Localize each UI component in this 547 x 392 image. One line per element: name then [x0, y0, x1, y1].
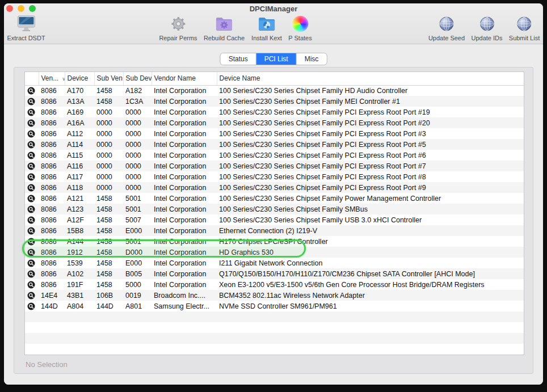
lookup-cell[interactable]	[25, 214, 39, 225]
vendor-name-cell: Intel Corporation	[152, 139, 217, 150]
table-row[interactable]: 808615391458E000Intel CorporationI211 Gi…	[25, 258, 524, 268]
lookup-magnifier-icon[interactable]	[27, 130, 35, 138]
lookup-magnifier-icon[interactable]	[27, 151, 35, 159]
ven-cell: 8086	[39, 107, 65, 117]
ven-cell: 8086	[39, 225, 65, 236]
column-header-ven[interactable]: Ven...∨	[39, 72, 65, 85]
vendor-name-cell: Intel Corporation	[152, 236, 217, 247]
table-row[interactable]: 8086A11600000000Intel Corporation100 Ser…	[25, 161, 524, 171]
tab-status[interactable]: Status	[221, 53, 256, 65]
lookup-magnifier-icon[interactable]	[27, 302, 35, 310]
table-row[interactable]: 8086A11800000000Intel Corporation100 Ser…	[25, 182, 524, 193]
lookup-magnifier-icon[interactable]	[27, 162, 35, 170]
toolbar-label: Extract DSDT	[7, 35, 45, 41]
column-header-vendor-name[interactable]: Vendor Name	[152, 72, 217, 85]
lookup-cell[interactable]	[25, 139, 39, 150]
lookup-cell[interactable]	[25, 225, 39, 236]
tab-pci-list[interactable]: PCI List	[256, 53, 297, 65]
lookup-cell[interactable]	[25, 182, 39, 193]
table-row[interactable]: 8086191F14585000Intel CorporationXeon E3…	[25, 279, 524, 290]
vendor-name-cell: Intel Corporation	[152, 247, 217, 258]
lookup-cell[interactable]	[25, 128, 39, 139]
extract-dsdt-button[interactable]: Extract DSDT	[7, 15, 45, 41]
lookup-cell[interactable]	[25, 279, 39, 290]
lookup-magnifier-icon[interactable]	[27, 98, 35, 106]
table-row[interactable]: 8086A14414585001Intel CorporationH170 Ch…	[25, 236, 524, 247]
update-ids-button[interactable]: Update IDs	[471, 15, 502, 41]
lookup-cell[interactable]	[25, 107, 39, 117]
table-row[interactable]: 8086A1701458A182Intel Corporation100 Ser…	[25, 85, 524, 96]
table-row[interactable]: 8086A16A00000000Intel Corporation100 Ser…	[25, 117, 524, 128]
lookup-cell[interactable]	[25, 204, 39, 214]
table-row[interactable]: 8086A13A14581C3AIntel Corporation100 Ser…	[25, 96, 524, 107]
toolbar-label: Rebuild Cache	[204, 35, 245, 41]
rebuild-cache-button[interactable]: Rebuild Cache	[204, 15, 245, 41]
lookup-magnifier-icon[interactable]	[27, 238, 35, 246]
table-row[interactable]: 808619121458D000Intel CorporationHD Grap…	[25, 247, 524, 258]
lookup-cell[interactable]	[25, 236, 39, 247]
lookup-magnifier-icon[interactable]	[27, 270, 35, 278]
lookup-cell[interactable]	[25, 150, 39, 161]
sub-dev-cell: 0000	[123, 117, 152, 128]
lookup-cell[interactable]	[25, 161, 39, 171]
sub-ven-cell: 144D	[94, 301, 123, 311]
update-seed-button[interactable]: Update Seed	[428, 15, 465, 41]
device-cell: A13A	[65, 96, 94, 107]
lookup-cell[interactable]	[25, 290, 39, 301]
lookup-cell[interactable]	[25, 96, 39, 107]
lookup-magnifier-icon[interactable]	[27, 281, 35, 289]
table-row[interactable]: 8086A1021458B005Intel CorporationQ170/Q1…	[25, 268, 524, 279]
column-header-sub-ven[interactable]: Sub Ven	[94, 72, 123, 85]
column-header-sub-dev[interactable]: Sub Dev	[123, 72, 152, 85]
ven-cell: 8086	[39, 236, 65, 247]
table-row[interactable]: 8086A12F14585007Intel Corporation100 Ser…	[25, 214, 524, 225]
install-kext-button[interactable]: Install Kext	[251, 15, 282, 41]
lookup-cell[interactable]	[25, 85, 39, 96]
sub-ven-cell: 1458	[94, 236, 123, 247]
submit-list-button[interactable]: Submit List	[509, 15, 540, 41]
column-header-device[interactable]: Device	[65, 72, 94, 85]
ven-cell: 8086	[39, 279, 65, 290]
table-row[interactable]: 808615B81458E000Intel CorporationEtherne…	[25, 225, 524, 236]
lookup-magnifier-icon[interactable]	[27, 184, 35, 192]
device-name-cell: 100 Series/C230 Series Chipset Family PC…	[217, 150, 524, 161]
p-states-button[interactable]: P States	[288, 15, 312, 41]
lookup-cell[interactable]	[25, 247, 39, 258]
ven-cell: 8086	[39, 258, 65, 268]
lookup-magnifier-icon[interactable]	[27, 216, 35, 224]
table-row[interactable]: 144DA804144DA801Samsung Electr...NVMe SS…	[25, 301, 524, 311]
lookup-cell[interactable]	[25, 301, 39, 311]
lookup-magnifier-icon[interactable]	[27, 195, 35, 203]
table-row[interactable]: 8086A12314585001Intel Corporation100 Ser…	[25, 204, 524, 214]
column-header-device-name[interactable]: Device Name	[217, 72, 524, 85]
table-row[interactable]: 8086A16900000000Intel Corporation100 Ser…	[25, 107, 524, 117]
sub-dev-cell: 0000	[123, 128, 152, 139]
lookup-magnifier-icon[interactable]	[27, 259, 35, 267]
toolbar-label: Repair Perms	[159, 35, 197, 41]
lookup-magnifier-icon[interactable]	[27, 119, 35, 127]
tab-misc[interactable]: Misc	[297, 53, 327, 65]
repair-perms-button[interactable]: Repair Perms	[159, 15, 197, 41]
lookup-cell[interactable]	[25, 171, 39, 182]
table-row[interactable]: 8086A11400000000Intel Corporation100 Ser…	[25, 139, 524, 150]
lookup-magnifier-icon[interactable]	[27, 173, 35, 181]
lookup-magnifier-icon[interactable]	[27, 205, 35, 213]
table-row[interactable]: 14E443B1106B0019Broadcom Inc....BCM4352 …	[25, 290, 524, 301]
sub-ven-cell: 1458	[94, 258, 123, 268]
lookup-cell[interactable]	[25, 193, 39, 204]
lookup-magnifier-icon[interactable]	[27, 248, 35, 256]
table-row[interactable]: 8086A12114585001Intel Corporation100 Ser…	[25, 193, 524, 204]
lookup-magnifier-icon[interactable]	[27, 227, 35, 235]
lookup-cell[interactable]	[25, 268, 39, 279]
lookup-cell[interactable]	[25, 117, 39, 128]
lookup-magnifier-icon[interactable]	[27, 87, 35, 95]
table-row[interactable]: 8086A11700000000Intel Corporation100 Ser…	[25, 171, 524, 182]
table-row[interactable]: 8086A11500000000Intel Corporation100 Ser…	[25, 150, 524, 161]
vendor-name-cell: Intel Corporation	[152, 117, 217, 128]
lookup-magnifier-icon[interactable]	[27, 141, 35, 149]
table-row[interactable]: 8086A11200000000Intel Corporation100 Ser…	[25, 128, 524, 139]
lookup-magnifier-icon[interactable]	[27, 108, 35, 116]
lookup-cell[interactable]	[25, 258, 39, 268]
device-name-cell: 100 Series/C230 Series Chipset Family PC…	[217, 161, 524, 171]
lookup-magnifier-icon[interactable]	[27, 292, 35, 300]
